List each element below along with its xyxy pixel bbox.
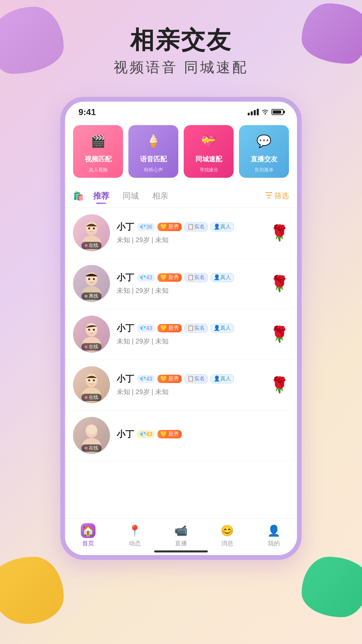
avatar-wrap-4: 在线 — [73, 366, 110, 403]
status-icons — [248, 108, 284, 116]
svg-point-22 — [88, 379, 90, 381]
phone-frame: 9:41 — [60, 97, 302, 560]
rose-icon-1[interactable]: 🌹 — [270, 224, 289, 242]
user-name-3: 小丁 — [117, 322, 134, 334]
nav-live[interactable]: 📹 直播 — [174, 523, 188, 547]
nav-message[interactable]: 😊 消息 — [220, 523, 235, 547]
rose-icon-4[interactable]: 🌹 — [270, 376, 289, 394]
user-details-3: 未知 | 29岁 | 未知 — [117, 337, 263, 346]
user-item-2[interactable]: 离线 小丁 💎43 💛 新秀 📋实名 👤真人 未知 | 29岁 | 未知 — [65, 258, 297, 309]
badge-real-1: 📋实名 — [184, 222, 208, 231]
svg-point-21 — [86, 374, 97, 384]
avatar-wrap-2: 离线 — [73, 265, 110, 302]
nav-dynamic-label: 动态 — [129, 539, 141, 547]
badge-new-2: 💛 新秀 — [158, 273, 182, 282]
svg-point-16 — [88, 329, 90, 331]
home-indicator — [154, 550, 208, 552]
tab-badge-icon: 🛍️ — [73, 191, 84, 201]
user-details-4: 未知 | 29岁 | 未知 — [117, 387, 263, 396]
message-icon: 😊 — [220, 523, 235, 538]
badge-real-2: 📋实名 — [184, 273, 208, 282]
avatar-wrap-5: 在线 — [73, 417, 110, 454]
badge-verified-3: 👤真人 — [210, 324, 234, 333]
online-badge-5: 在线 — [81, 444, 102, 452]
online-badge-4: 在线 — [81, 394, 102, 401]
action-card-live[interactable]: 💬 直播交友 告别孤单 — [239, 125, 289, 178]
user-list: 在线 小丁 💎36 💛 新秀 📋实名 👤真人 未知 | 29岁 | 未知 — [65, 208, 297, 461]
action-card-voice[interactable]: 🍦 语音匹配 聆听心声 — [128, 125, 178, 178]
voice-title: 语音匹配 — [140, 155, 167, 164]
user-info-5: 小丁 💎43 💛 新秀 — [117, 428, 289, 443]
video-title: 视频匹配 — [85, 155, 112, 164]
city-title: 同城速配 — [195, 155, 222, 164]
user-item-4[interactable]: 在线 小丁 💎43 💛 新秀 📋实名 👤真人 未知 | 29岁 | 未知 — [65, 360, 297, 410]
live-icon: 💬 — [254, 131, 274, 151]
header-section: 相亲交友 视频语音 同城速配 — [0, 0, 362, 90]
avatar-wrap-3: 在线 — [73, 316, 110, 353]
tab-city[interactable]: 同城 — [117, 188, 144, 204]
filter-label: 筛选 — [274, 191, 289, 201]
badge-diamond-5: 💎43 — [137, 430, 155, 438]
header-title: 相亲交友 — [0, 27, 362, 53]
filter-icon — [265, 192, 272, 200]
badge-diamond-3: 💎43 — [137, 324, 155, 332]
svg-point-17 — [93, 329, 95, 331]
nav-live-label: 直播 — [175, 539, 187, 547]
user-name-row-4: 小丁 💎43 💛 新秀 📋实名 👤真人 — [117, 373, 263, 385]
battery-icon — [272, 109, 284, 115]
nav-mine-label: 我的 — [268, 539, 280, 547]
user-details-1: 未知 | 29岁 | 未知 — [117, 235, 263, 245]
nav-home[interactable]: 🏠 首页 — [81, 523, 96, 547]
phone-notch — [147, 102, 215, 114]
user-name-2: 小丁 — [117, 272, 134, 283]
user-name-1: 小丁 — [117, 221, 134, 233]
tab-recommend[interactable]: 推荐 — [88, 188, 115, 204]
online-badge-1: 在线 — [81, 242, 102, 249]
nav-dynamic[interactable]: 📍 动态 — [127, 523, 142, 547]
user-details-2: 未知 | 29岁 | 未知 — [117, 286, 263, 295]
rose-icon-2[interactable]: 🌹 — [270, 274, 289, 292]
svg-point-15 — [86, 324, 97, 333]
filter-button[interactable]: 筛选 — [265, 191, 289, 201]
user-info-2: 小丁 💎43 💛 新秀 📋实名 👤真人 未知 | 29岁 | 未知 — [117, 272, 263, 295]
svg-point-11 — [93, 278, 95, 280]
badge-real-4: 📋实名 — [184, 374, 208, 383]
svg-point-10 — [88, 278, 90, 280]
tab-blind-date[interactable]: 相亲 — [147, 188, 174, 204]
badge-verified-2: 👤真人 — [210, 273, 234, 282]
badge-new-1: 💛 新秀 — [158, 223, 182, 231]
nav-home-label: 首页 — [82, 539, 94, 547]
action-card-city[interactable]: 💝 同城速配 寻找缘分 — [184, 125, 234, 178]
online-badge-3: 在线 — [81, 343, 102, 351]
voice-subtitle: 聆听心声 — [144, 167, 163, 173]
badge-new-3: 💛 新秀 — [158, 324, 182, 332]
bg-blob-bottom-left — [0, 557, 64, 624]
user-info-4: 小丁 💎43 💛 新秀 📋实名 👤真人 未知 | 29岁 | 未知 — [117, 373, 263, 396]
nav-mine[interactable]: 👤 我的 — [266, 523, 281, 547]
user-item-5[interactable]: 在线 小丁 💎43 💛 新秀 — [65, 410, 297, 461]
dynamic-icon: 📍 — [127, 523, 142, 538]
user-name-row-3: 小丁 💎43 💛 新秀 📋实名 👤真人 — [117, 322, 263, 334]
live-subtitle: 告别孤单 — [255, 167, 274, 173]
svg-point-4 — [88, 227, 90, 229]
badge-new-4: 💛 新秀 — [158, 375, 182, 383]
tab-section: 🛍️ 推荐 同城 相亲 筛选 — [65, 184, 297, 208]
user-item-1[interactable]: 在线 小丁 💎36 💛 新秀 📋实名 👤真人 未知 | 29岁 | 未知 — [65, 208, 297, 258]
badge-verified-4: 👤真人 — [210, 374, 234, 383]
badge-real-3: 📋实名 — [184, 324, 208, 333]
user-name-5: 小丁 — [117, 428, 134, 440]
bottom-nav: 🏠 首页 📍 动态 📹 直播 😊 消息 👤 我的 — [65, 518, 297, 555]
phone-content: 🎬 视频匹配 真人视频 🍦 语音匹配 聆听心声 💝 同城速配 寻找缘分 💬 直播… — [65, 118, 297, 555]
city-subtitle: 寻找缘分 — [199, 167, 218, 173]
user-item-3[interactable]: 在线 小丁 💎43 💛 新秀 📋实名 👤真人 未知 | 29岁 | 未知 — [65, 309, 297, 360]
user-name-4: 小丁 — [117, 373, 134, 385]
badge-diamond-1: 💎36 — [137, 223, 155, 231]
action-card-video[interactable]: 🎬 视频匹配 真人视频 — [73, 125, 123, 178]
badge-verified-1: 👤真人 — [210, 222, 234, 231]
header-subtitle: 视频语音 同城速配 — [0, 58, 362, 77]
svg-point-23 — [93, 379, 95, 381]
rose-icon-3[interactable]: 🌹 — [270, 325, 289, 343]
user-info-1: 小丁 💎36 💛 新秀 📋实名 👤真人 未知 | 29岁 | 未知 — [117, 221, 263, 245]
user-name-row-5: 小丁 💎43 💛 新秀 — [117, 428, 289, 440]
user-name-row-1: 小丁 💎36 💛 新秀 📋实名 👤真人 — [117, 221, 263, 233]
